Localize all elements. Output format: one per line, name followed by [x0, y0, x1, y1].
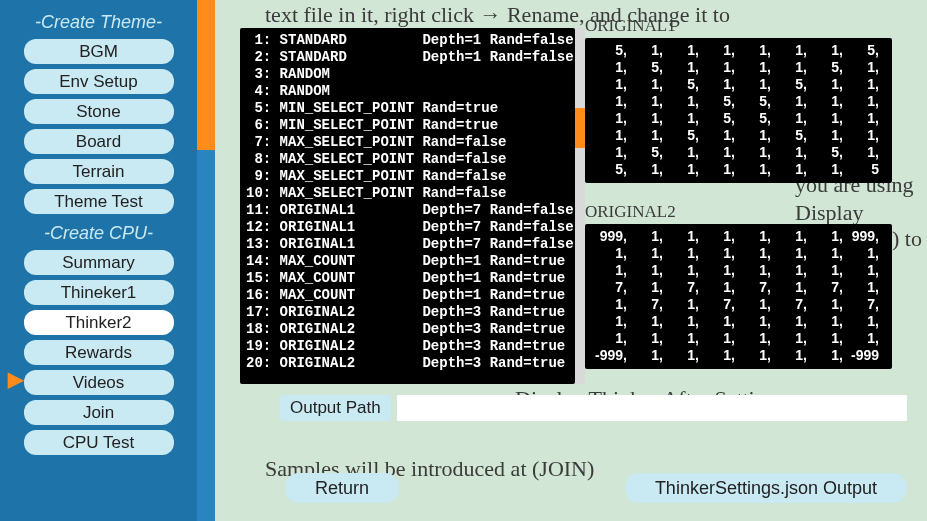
scroll-thumb[interactable]: [575, 108, 585, 148]
sidebar-item-rewards[interactable]: Rewards: [24, 340, 174, 365]
grid-cell: 1,: [699, 330, 735, 347]
grid-cell: 1,: [807, 76, 843, 93]
grid-cell: 7,: [663, 279, 699, 296]
grid-cell: 1,: [591, 245, 627, 262]
sidebar-item-stone[interactable]: Stone: [24, 99, 174, 124]
grid-cell: 1,: [699, 313, 735, 330]
grid-cell: 999,: [591, 228, 627, 245]
grid-cell: 1,: [627, 313, 663, 330]
sidebar-item-board[interactable]: Board: [24, 129, 174, 154]
sidebar-item-cpu-test[interactable]: CPU Test: [24, 430, 174, 455]
grid-cell: 1,: [591, 76, 627, 93]
grid-cell: 1,: [771, 347, 807, 364]
grid-cell: 5,: [591, 161, 627, 178]
original2-grid-panel: 999,1,1,1,1,1,1,999,1,1,1,1,1,1,1,1,1,1,…: [585, 224, 892, 369]
grid-cell: 5: [843, 161, 879, 178]
grid-cell: 1,: [843, 144, 879, 161]
sidebar-item-env-setup[interactable]: Env Setup: [24, 69, 174, 94]
grid-cell: 5,: [663, 76, 699, 93]
grid-cell: 1,: [807, 313, 843, 330]
grid-cell: 1,: [627, 347, 663, 364]
grid-cell: 1,: [843, 330, 879, 347]
grid-cell: 1,: [627, 76, 663, 93]
sidebar-item-join[interactable]: Join: [24, 400, 174, 425]
sidebar-item-theme-test[interactable]: Theme Test: [24, 189, 174, 214]
grid-cell: 1,: [735, 296, 771, 313]
grid-cell: 7,: [627, 296, 663, 313]
grid-cell: 1,: [663, 245, 699, 262]
grid-cell: 1,: [699, 161, 735, 178]
sidebar-item-bgm[interactable]: BGM: [24, 39, 174, 64]
grid-cell: 1,: [735, 42, 771, 59]
grid-cell: 1,: [699, 347, 735, 364]
output-path-label: Output Path: [280, 395, 391, 421]
grid-cell: 1,: [663, 296, 699, 313]
sidebar-item-thinker2[interactable]: Thinker2: [24, 310, 174, 335]
grid-cell: 1,: [843, 262, 879, 279]
original1-label: ORIGINAL1: [585, 16, 676, 36]
grid-cell: 1,: [627, 228, 663, 245]
section-create-theme: -Create Theme-: [35, 12, 162, 33]
grid-cell: 1,: [699, 76, 735, 93]
grid-cell: 1,: [735, 228, 771, 245]
grid-cell: 5,: [699, 110, 735, 127]
grid-cell: 1,: [771, 110, 807, 127]
grid-cell: 1,: [735, 59, 771, 76]
grid-cell: 1,: [663, 262, 699, 279]
grid-cell: 7,: [843, 296, 879, 313]
grid-cell: 1,: [807, 228, 843, 245]
grid-cell: 1,: [591, 330, 627, 347]
grid-cell: 5,: [699, 93, 735, 110]
sidebar-item-summary[interactable]: Summary: [24, 250, 174, 275]
return-button[interactable]: Return: [285, 473, 399, 503]
grid-cell: 1,: [735, 127, 771, 144]
grid-cell: 1,: [591, 262, 627, 279]
grid-cell: 1,: [843, 59, 879, 76]
grid-cell: 1,: [663, 110, 699, 127]
grid-cell: 1,: [627, 279, 663, 296]
scrollbar[interactable]: [575, 28, 585, 384]
grid-cell: 1,: [771, 93, 807, 110]
grid-cell: 5,: [591, 42, 627, 59]
grid-cell: 7,: [591, 279, 627, 296]
grid-cell: 1,: [807, 262, 843, 279]
grid-cell: 1,: [591, 313, 627, 330]
grid-cell: 1,: [771, 262, 807, 279]
output-path-input[interactable]: [397, 395, 907, 421]
grid-cell: 5,: [807, 144, 843, 161]
grid-cell: 1,: [735, 161, 771, 178]
grid-cell: 1,: [807, 127, 843, 144]
grid-cell: 5,: [735, 110, 771, 127]
grid-cell: 1,: [663, 347, 699, 364]
grid-cell: 1,: [843, 93, 879, 110]
sidebar-item-thinker1[interactable]: Thineker1: [24, 280, 174, 305]
grid-cell: 1,: [771, 279, 807, 296]
grid-cell: 5,: [771, 76, 807, 93]
grid-cell: 1,: [699, 262, 735, 279]
grid-cell: 5,: [627, 59, 663, 76]
grid-cell: 1,: [591, 110, 627, 127]
grid-cell: 1,: [843, 127, 879, 144]
grid-cell: 1,: [591, 59, 627, 76]
save-settings-button[interactable]: ThinkerSettings.json Output: [625, 473, 907, 503]
grid-cell: 1,: [771, 144, 807, 161]
grid-cell: 1,: [735, 330, 771, 347]
grid-cell: 1,: [771, 228, 807, 245]
grid-cell: 1,: [663, 144, 699, 161]
sidebar-item-terrain[interactable]: Terrain: [24, 159, 174, 184]
grid-cell: 1,: [663, 228, 699, 245]
grid-cell: 1,: [663, 161, 699, 178]
grid-cell: 1,: [735, 76, 771, 93]
sidebar-item-videos[interactable]: Videos: [24, 370, 174, 395]
grid-cell: 1,: [627, 127, 663, 144]
grid-cell: -999: [843, 347, 879, 364]
grid-cell: 1,: [591, 127, 627, 144]
grid-cell: 1,: [699, 279, 735, 296]
grid-cell: 1,: [663, 93, 699, 110]
grid-cell: 1,: [591, 144, 627, 161]
grid-cell: 1,: [663, 330, 699, 347]
grid-cell: 5,: [663, 127, 699, 144]
grid-cell: 7,: [735, 279, 771, 296]
grid-cell: 1,: [771, 313, 807, 330]
grid-cell: 1,: [627, 110, 663, 127]
